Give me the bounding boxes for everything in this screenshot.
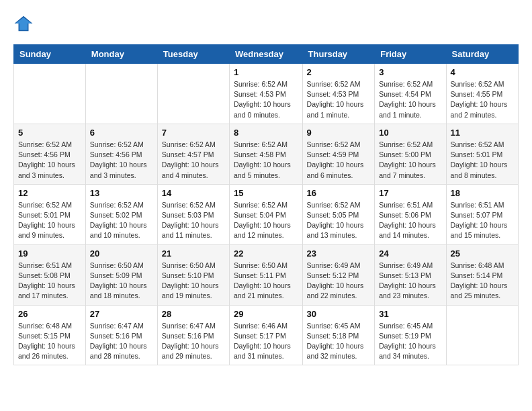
day-info: Sunrise: 6:52 AM Sunset: 4:58 PM Dayligh… bbox=[234, 140, 298, 181]
calendar-day-cell: 4Sunrise: 6:52 AM Sunset: 4:55 PM Daylig… bbox=[446, 64, 518, 124]
day-of-week-header: Sunday bbox=[14, 45, 86, 64]
day-number: 2 bbox=[307, 67, 371, 77]
day-number: 12 bbox=[18, 188, 81, 198]
calendar-day-cell: 9Sunrise: 6:52 AM Sunset: 4:59 PM Daylig… bbox=[302, 124, 375, 184]
day-number: 6 bbox=[90, 128, 153, 138]
calendar-day-cell: 27Sunrise: 6:47 AM Sunset: 5:16 PM Dayli… bbox=[85, 305, 157, 365]
day-number: 19 bbox=[18, 248, 81, 259]
calendar-day-cell: 18Sunrise: 6:51 AM Sunset: 5:07 PM Dayli… bbox=[446, 184, 518, 244]
calendar-day-cell: 5Sunrise: 6:52 AM Sunset: 4:56 PM Daylig… bbox=[14, 124, 86, 184]
calendar-day-cell: 20Sunrise: 6:50 AM Sunset: 5:09 PM Dayli… bbox=[85, 244, 157, 305]
day-info: Sunrise: 6:48 AM Sunset: 5:14 PM Dayligh… bbox=[451, 261, 514, 302]
day-number: 17 bbox=[379, 188, 441, 198]
day-of-week-header: Wednesday bbox=[230, 45, 303, 64]
day-info: Sunrise: 6:52 AM Sunset: 4:53 PM Dayligh… bbox=[307, 79, 371, 120]
day-number: 10 bbox=[379, 128, 441, 138]
calendar-day-cell: 3Sunrise: 6:52 AM Sunset: 4:54 PM Daylig… bbox=[375, 64, 446, 124]
day-info: Sunrise: 6:51 AM Sunset: 5:07 PM Dayligh… bbox=[451, 200, 514, 241]
calendar-day-cell: 2Sunrise: 6:52 AM Sunset: 4:53 PM Daylig… bbox=[302, 64, 375, 124]
calendar-week-row: 26Sunrise: 6:48 AM Sunset: 5:15 PM Dayli… bbox=[14, 305, 519, 365]
day-info: Sunrise: 6:50 AM Sunset: 5:11 PM Dayligh… bbox=[234, 261, 298, 302]
calendar-day-cell bbox=[157, 64, 229, 124]
calendar-day-cell: 13Sunrise: 6:52 AM Sunset: 5:02 PM Dayli… bbox=[85, 184, 157, 244]
day-info: Sunrise: 6:52 AM Sunset: 5:00 PM Dayligh… bbox=[379, 140, 441, 181]
day-number: 24 bbox=[379, 248, 441, 259]
day-number: 4 bbox=[451, 67, 514, 77]
day-number: 9 bbox=[307, 128, 371, 138]
day-number: 26 bbox=[18, 309, 81, 319]
day-number: 30 bbox=[307, 309, 371, 319]
logo bbox=[13, 13, 36, 34]
calendar-week-row: 5Sunrise: 6:52 AM Sunset: 4:56 PM Daylig… bbox=[14, 124, 519, 184]
day-info: Sunrise: 6:52 AM Sunset: 5:04 PM Dayligh… bbox=[234, 200, 298, 241]
day-number: 22 bbox=[234, 248, 298, 259]
day-number: 28 bbox=[162, 309, 225, 319]
day-of-week-header: Monday bbox=[85, 45, 157, 64]
day-number: 14 bbox=[162, 188, 225, 198]
day-number: 13 bbox=[90, 188, 153, 198]
day-of-week-header: Thursday bbox=[302, 45, 375, 64]
day-number: 23 bbox=[307, 248, 371, 259]
calendar-day-cell: 14Sunrise: 6:52 AM Sunset: 5:03 PM Dayli… bbox=[157, 184, 229, 244]
day-info: Sunrise: 6:47 AM Sunset: 5:16 PM Dayligh… bbox=[90, 321, 153, 362]
calendar-day-cell: 24Sunrise: 6:49 AM Sunset: 5:13 PM Dayli… bbox=[375, 244, 446, 305]
day-number: 3 bbox=[379, 67, 441, 77]
calendar-day-cell: 25Sunrise: 6:48 AM Sunset: 5:14 PM Dayli… bbox=[446, 244, 518, 305]
calendar-day-cell: 19Sunrise: 6:51 AM Sunset: 5:08 PM Dayli… bbox=[14, 244, 86, 305]
day-info: Sunrise: 6:52 AM Sunset: 4:56 PM Dayligh… bbox=[18, 140, 81, 181]
day-number: 27 bbox=[90, 309, 153, 319]
day-number: 5 bbox=[18, 128, 81, 138]
day-info: Sunrise: 6:52 AM Sunset: 5:01 PM Dayligh… bbox=[451, 140, 514, 181]
calendar-day-cell: 21Sunrise: 6:50 AM Sunset: 5:10 PM Dayli… bbox=[157, 244, 229, 305]
day-info: Sunrise: 6:49 AM Sunset: 5:12 PM Dayligh… bbox=[307, 261, 371, 302]
calendar-day-cell: 15Sunrise: 6:52 AM Sunset: 5:04 PM Dayli… bbox=[230, 184, 303, 244]
day-info: Sunrise: 6:48 AM Sunset: 5:15 PM Dayligh… bbox=[18, 321, 81, 362]
logo-icon bbox=[13, 13, 34, 34]
day-info: Sunrise: 6:52 AM Sunset: 4:59 PM Dayligh… bbox=[307, 140, 371, 181]
day-info: Sunrise: 6:51 AM Sunset: 5:06 PM Dayligh… bbox=[379, 200, 441, 241]
calendar-day-cell bbox=[14, 64, 86, 124]
day-info: Sunrise: 6:52 AM Sunset: 5:05 PM Dayligh… bbox=[307, 200, 371, 241]
calendar-header-row: SundayMondayTuesdayWednesdayThursdayFrid… bbox=[14, 45, 519, 64]
day-number: 8 bbox=[234, 128, 298, 138]
day-info: Sunrise: 6:47 AM Sunset: 5:16 PM Dayligh… bbox=[162, 321, 225, 362]
day-info: Sunrise: 6:49 AM Sunset: 5:13 PM Dayligh… bbox=[379, 261, 441, 302]
day-number: 15 bbox=[234, 188, 298, 198]
page-header bbox=[13, 13, 519, 34]
calendar-day-cell: 17Sunrise: 6:51 AM Sunset: 5:06 PM Dayli… bbox=[375, 184, 446, 244]
day-number: 11 bbox=[451, 128, 514, 138]
calendar-day-cell: 1Sunrise: 6:52 AM Sunset: 4:53 PM Daylig… bbox=[230, 64, 303, 124]
calendar-day-cell bbox=[85, 64, 157, 124]
calendar-day-cell: 7Sunrise: 6:52 AM Sunset: 4:57 PM Daylig… bbox=[157, 124, 229, 184]
calendar-day-cell: 28Sunrise: 6:47 AM Sunset: 5:16 PM Dayli… bbox=[157, 305, 229, 365]
calendar-day-cell: 22Sunrise: 6:50 AM Sunset: 5:11 PM Dayli… bbox=[230, 244, 303, 305]
day-info: Sunrise: 6:52 AM Sunset: 5:02 PM Dayligh… bbox=[90, 200, 153, 241]
day-info: Sunrise: 6:45 AM Sunset: 5:18 PM Dayligh… bbox=[307, 321, 371, 362]
day-number: 18 bbox=[451, 188, 514, 198]
calendar-day-cell: 11Sunrise: 6:52 AM Sunset: 5:01 PM Dayli… bbox=[446, 124, 518, 184]
calendar-day-cell: 8Sunrise: 6:52 AM Sunset: 4:58 PM Daylig… bbox=[230, 124, 303, 184]
calendar-day-cell: 31Sunrise: 6:45 AM Sunset: 5:19 PM Dayli… bbox=[375, 305, 446, 365]
day-number: 7 bbox=[162, 128, 225, 138]
day-info: Sunrise: 6:52 AM Sunset: 5:03 PM Dayligh… bbox=[162, 200, 225, 241]
day-info: Sunrise: 6:52 AM Sunset: 4:55 PM Dayligh… bbox=[451, 79, 514, 120]
day-info: Sunrise: 6:52 AM Sunset: 4:57 PM Dayligh… bbox=[162, 140, 225, 181]
day-of-week-header: Saturday bbox=[446, 45, 518, 64]
day-number: 29 bbox=[234, 309, 298, 319]
day-number: 21 bbox=[162, 248, 225, 259]
day-number: 16 bbox=[307, 188, 371, 198]
day-info: Sunrise: 6:46 AM Sunset: 5:17 PM Dayligh… bbox=[234, 321, 298, 362]
day-number: 20 bbox=[90, 248, 153, 259]
day-number: 25 bbox=[451, 248, 514, 259]
calendar-day-cell: 23Sunrise: 6:49 AM Sunset: 5:12 PM Dayli… bbox=[302, 244, 375, 305]
day-info: Sunrise: 6:50 AM Sunset: 5:09 PM Dayligh… bbox=[90, 261, 153, 302]
calendar-week-row: 1Sunrise: 6:52 AM Sunset: 4:53 PM Daylig… bbox=[14, 64, 519, 124]
calendar-day-cell: 26Sunrise: 6:48 AM Sunset: 5:15 PM Dayli… bbox=[14, 305, 86, 365]
day-info: Sunrise: 6:52 AM Sunset: 5:01 PM Dayligh… bbox=[18, 200, 81, 241]
day-info: Sunrise: 6:45 AM Sunset: 5:19 PM Dayligh… bbox=[379, 321, 441, 362]
day-number: 31 bbox=[379, 309, 441, 319]
svg-marker-1 bbox=[15, 17, 32, 30]
day-of-week-header: Friday bbox=[375, 45, 446, 64]
calendar-day-cell bbox=[446, 305, 518, 365]
day-of-week-header: Tuesday bbox=[157, 45, 229, 64]
